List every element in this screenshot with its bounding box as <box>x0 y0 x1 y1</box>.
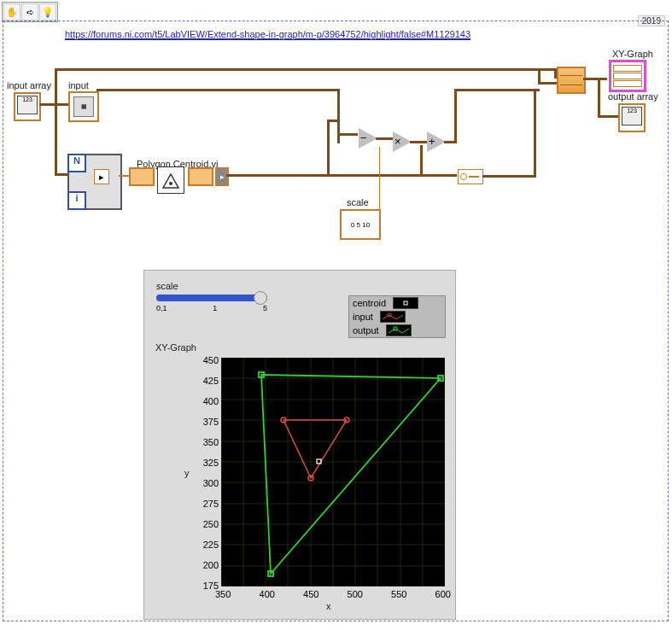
highlight-tool-icon[interactable]: 💡 <box>39 3 56 20</box>
input-array-terminal: 123 <box>14 92 41 121</box>
scale-control[interactable]: 0 5 10 <box>340 209 381 240</box>
tick-label: 1 <box>213 304 217 312</box>
wire <box>410 141 427 143</box>
legend-row-output[interactable]: output <box>349 324 445 337</box>
right-arrow-icon: ▸ <box>99 172 104 183</box>
tick-label: 5 <box>263 304 267 312</box>
tick-label: 300 <box>195 478 219 499</box>
tick-label: 275 <box>195 499 219 519</box>
wire <box>454 89 457 143</box>
to-array-node <box>458 169 483 184</box>
scale-label: scale <box>347 197 369 207</box>
toolbar: ✋ ➪ 💡 <box>2 2 58 22</box>
x-axis-ticks: 350 400 450 500 550 600 <box>215 589 451 599</box>
xy-graph-plot[interactable] <box>221 358 445 586</box>
unbundle-before-subvi <box>129 167 155 186</box>
wire <box>598 79 600 116</box>
wire <box>583 78 607 80</box>
legend-item-label: centroid <box>353 298 386 308</box>
tick-label: 250 <box>195 519 219 540</box>
tick-label: 425 <box>195 376 219 396</box>
multiply-node <box>393 131 412 152</box>
add-node <box>427 131 446 152</box>
scale-slider[interactable]: 0,1 1 5 <box>156 293 267 312</box>
wire <box>55 68 557 71</box>
polygon-centroid-subvi <box>157 166 184 194</box>
svg-marker-0 <box>163 174 178 188</box>
wire <box>55 68 57 176</box>
tick-label: 500 <box>348 589 363 599</box>
wire <box>327 120 330 177</box>
xy-graph-label: XY-Graph <box>612 49 653 59</box>
wire <box>379 147 380 220</box>
plot-legend: centroid input output <box>348 295 446 338</box>
wire <box>119 175 129 177</box>
tick-label: 350 <box>195 437 219 458</box>
right-arrow-icon: ▸ <box>220 172 225 181</box>
tick-label: 350 <box>215 589 231 599</box>
matrix-icon: ▦ <box>73 96 94 117</box>
tick-label: 600 <box>435 589 451 599</box>
for-loop-N: N <box>67 154 86 172</box>
legend-row-input[interactable]: input <box>349 310 445 324</box>
wire <box>337 133 358 136</box>
legend-item-label: output <box>353 325 379 335</box>
x-axis-label: x <box>326 601 331 611</box>
slider-knob-icon[interactable] <box>254 291 267 305</box>
legend-row-centroid[interactable]: centroid <box>349 296 445 310</box>
tick-label: 550 <box>391 589 406 599</box>
tick-label: 400 <box>195 396 219 417</box>
tick-label: 200 <box>195 560 219 580</box>
plot-title: XY-Graph <box>155 342 196 353</box>
wire <box>379 220 380 221</box>
input-array-label: input array <box>7 80 51 90</box>
tick-label: 400 <box>260 589 275 599</box>
for-loop-i: i <box>67 191 86 210</box>
legend-swatch-white <box>393 297 418 309</box>
svg-rect-2 <box>404 301 407 305</box>
tick-label: 225 <box>195 540 219 560</box>
wire <box>420 145 423 176</box>
arrow-tool-icon[interactable]: ➪ <box>21 3 38 20</box>
wire <box>444 141 454 143</box>
wire <box>55 173 68 176</box>
input-terminal: ▦ <box>68 91 99 122</box>
subtract-node <box>359 128 377 149</box>
input-label: input <box>68 80 89 90</box>
legend-item-label: input <box>353 312 373 322</box>
legend-swatch-green <box>386 324 412 336</box>
scale-slider-label: scale <box>156 281 178 291</box>
tick-label: 325 <box>195 458 219 478</box>
wire <box>454 89 540 91</box>
tick-label: 375 <box>195 417 219 437</box>
slider-icon: 0 5 10 <box>351 221 370 229</box>
wire <box>96 89 340 91</box>
output-array-label: output array <box>608 91 658 102</box>
wire <box>534 89 536 178</box>
wire <box>376 137 393 140</box>
tick-label: 450 <box>195 355 219 376</box>
y-axis-ticks: 450 425 400 375 350 325 300 275 250 225 … <box>195 355 219 592</box>
tick-label: 450 <box>303 589 318 599</box>
svg-point-1 <box>169 182 172 185</box>
wire <box>39 103 68 106</box>
bundle-node: ▸ <box>94 169 109 184</box>
wire <box>598 115 618 118</box>
output-array-terminal: 123 <box>618 103 646 132</box>
tick-label: 0,1 <box>156 304 167 312</box>
xy-graph-indicator <box>609 60 646 92</box>
index-array: ▸ <box>215 167 229 186</box>
wire <box>538 82 557 85</box>
legend-swatch-red <box>380 311 406 323</box>
forum-link[interactable]: https://forums.ni.com/t5/LabVIEW/Extend-… <box>65 29 470 40</box>
wire <box>482 175 534 178</box>
y-axis-label: y <box>184 468 190 478</box>
hand-tool-icon[interactable]: ✋ <box>3 3 20 20</box>
wire <box>337 120 340 143</box>
bundle-after-subvi <box>188 167 213 186</box>
build-array-node <box>557 67 586 94</box>
